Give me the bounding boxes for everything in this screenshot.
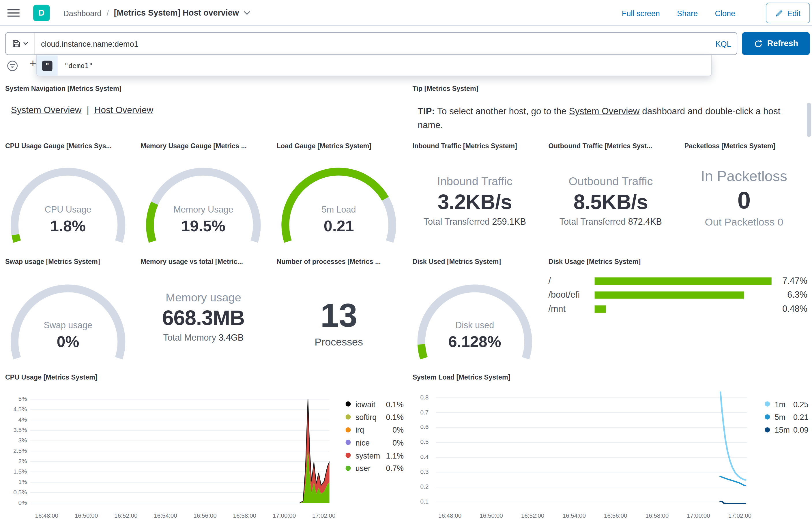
axis-tick: 1.5% (13, 468, 27, 475)
panel-title-outbound[interactable]: Outbound Traffic [Metrics Syst... (549, 142, 652, 150)
pencil-icon (775, 9, 783, 17)
tip-bold: TIP: (418, 106, 435, 116)
breadcrumb-separator: / (106, 9, 109, 18)
axis-tick: 0.5 (420, 439, 429, 445)
panel-title-cpu-gauge[interactable]: CPU Usage Gauge [Metrics Sys... (5, 142, 112, 150)
edit-button[interactable]: Edit (766, 3, 810, 23)
axis-tick: 16:48:00 (28, 513, 65, 519)
scrollbar[interactable] (807, 103, 811, 137)
metric-sub: Total Transferred 872.4KB (543, 216, 678, 228)
load-chart-y-axis: 0.80.70.60.50.40.30.20.1 (400, 392, 429, 514)
axis-tick: 16:54:00 (556, 513, 592, 519)
panel-title-processes[interactable]: Number of processes [Metrics ... (276, 258, 381, 266)
save-icon (12, 39, 21, 48)
panel-title-cpu-chart[interactable]: CPU Usage [Metrics System] (5, 374, 98, 381)
axis-tick: 0% (18, 500, 27, 506)
axis-tick: 1% (18, 479, 27, 485)
clone-button[interactable]: Clone (715, 9, 735, 18)
legend-item[interactable]: 1m0.25 (765, 398, 808, 410)
header-actions: Full screen Share Clone (622, 0, 735, 26)
legend-item[interactable]: nice0% (346, 436, 404, 449)
legend-item[interactable]: iowait0.1% (346, 398, 404, 410)
metric-value: 3.2KB/s (408, 189, 542, 215)
legend-item[interactable]: system1.1% (346, 449, 404, 462)
memory-vs-total-metric: Memory usage 668.3MB Total Memory 3.4GB (136, 290, 271, 344)
disk-label: /boot/efi (549, 289, 595, 300)
disk-usage-row: /7.47% (549, 274, 807, 288)
breadcrumb-dashboard[interactable]: Dashboard (63, 9, 101, 18)
disk-label: /mnt (549, 304, 595, 314)
axis-tick: 3.5% (13, 427, 27, 433)
axis-tick: 16:56:00 (597, 513, 634, 519)
panel-title-inbound[interactable]: Inbound Traffic [Metrics System] (412, 142, 517, 150)
page-title[interactable]: [Metrics System] Host overview (114, 8, 239, 18)
disk-value: 6.3% (772, 289, 807, 300)
legend-item[interactable]: softirq0.1% (346, 411, 404, 423)
panel-title-load-chart[interactable]: System Load [Metrics System] (412, 374, 510, 381)
refresh-button-label: Refresh (767, 39, 798, 48)
link-separator: | (87, 105, 89, 115)
inbound-traffic-metric: Inbound Traffic 3.2KB/s Total Transferre… (408, 174, 542, 228)
add-filter-button[interactable]: + (29, 57, 36, 70)
refresh-icon (754, 39, 763, 48)
cpu-usage-chart[interactable] (30, 399, 330, 504)
chevron-down-icon[interactable] (243, 11, 250, 15)
axis-tick: 16:56:00 (187, 513, 223, 519)
memory-usage-gauge (144, 164, 263, 249)
panel-title-swap[interactable]: Swap usage [Metrics System] (5, 258, 100, 266)
cpu-chart-legend: iowait0.1%softirq0.1%irq0%nice0%system1.… (346, 398, 404, 475)
swap-usage-gauge (8, 281, 128, 366)
panel-title-memory-gauge[interactable]: Memory Usage Gauge [Metrics ... (140, 142, 247, 150)
load-chart-legend: 1m0.255m0.2115m0.09 (765, 398, 808, 436)
axis-tick: 4% (18, 417, 27, 423)
host-overview-link[interactable]: Host Overview (94, 105, 154, 115)
query-input[interactable] (35, 33, 710, 55)
axis-tick: 17:02:00 (722, 513, 758, 519)
legend-item[interactable]: irq0% (346, 423, 404, 436)
axis-tick: 2.5% (13, 447, 27, 454)
panel-title-disk-usage[interactable]: Disk Usage [Metrics System] (549, 258, 641, 266)
metric-value: 13 (271, 297, 406, 334)
panel-title-load-gauge[interactable]: Load Gauge [Metrics System] (276, 142, 371, 150)
menu-icon[interactable] (7, 7, 20, 19)
packetloss-metric: In Packetloss 0 Out Packetloss 0 (679, 167, 809, 229)
axis-tick: 0.6 (420, 424, 429, 430)
panel-title-packetloss[interactable]: Packetloss [Metrics System] (685, 142, 776, 150)
legend-item[interactable]: user0.7% (346, 462, 404, 475)
header: D Dashboard / [Metrics System] Host over… (0, 0, 812, 26)
suggestion-icon-cell: " (37, 55, 58, 76)
disk-label: / (549, 276, 595, 286)
metric-label: Inbound Traffic (408, 174, 542, 188)
axis-tick: 3% (18, 437, 27, 444)
system-load-chart[interactable] (436, 392, 747, 514)
system-overview-link[interactable]: System Overview (11, 105, 82, 115)
tip-system-overview-link[interactable]: System Overview (569, 106, 640, 116)
axis-tick: 16:54:00 (147, 513, 183, 519)
metric-sub: Total Memory 3.4GB (136, 332, 271, 344)
legend-item[interactable]: 15m0.09 (765, 423, 808, 436)
disk-usage-row: /mnt0.48% (549, 302, 807, 316)
disk-value: 7.47% (772, 276, 807, 286)
full-screen-button[interactable]: Full screen (622, 9, 660, 18)
axis-tick: 0.7 (420, 409, 429, 415)
panel-title-tip[interactable]: Tip [Metrics System] (412, 84, 478, 92)
panel-title-system-navigation[interactable]: System Navigation [Metrics System] (5, 84, 121, 92)
legend-item[interactable]: 5m0.21 (765, 411, 808, 423)
axis-tick: 17:00:00 (680, 513, 717, 519)
edit-button-label: Edit (787, 9, 800, 18)
axis-tick: 2% (18, 458, 27, 464)
suggestion-item[interactable]: "demo1" (64, 62, 93, 69)
disk-usage-row: /boot/efi6.3% (549, 288, 807, 302)
metric-label: Memory usage (136, 290, 271, 305)
load-gauge (279, 164, 398, 249)
panel-title-memory-total[interactable]: Memory usage vs total [Metric... (140, 258, 243, 266)
breadcrumb: Dashboard / [Metrics System] Host overvi… (63, 0, 250, 26)
panel-title-disk-used[interactable]: Disk Used [Metrics System] (412, 258, 501, 266)
refresh-button[interactable]: Refresh (742, 32, 810, 55)
axis-tick: 0.3 (420, 469, 429, 475)
space-avatar[interactable]: D (33, 5, 50, 21)
saved-query-menu-button[interactable] (6, 33, 35, 55)
kql-language-button[interactable]: KQL (710, 33, 737, 55)
filter-icon[interactable] (6, 60, 19, 72)
share-button[interactable]: Share (677, 9, 698, 18)
